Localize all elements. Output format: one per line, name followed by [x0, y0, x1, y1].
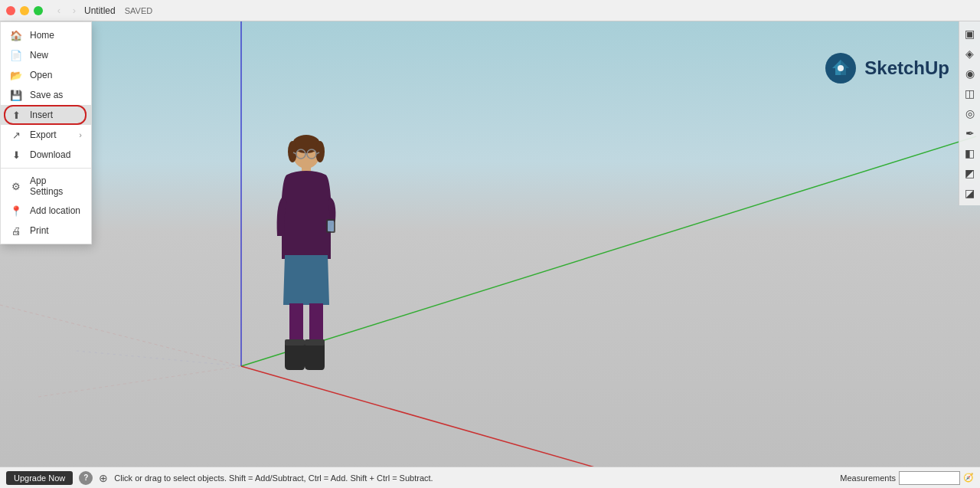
- document-title: Untitled: [84, 5, 116, 16]
- print-label: Print: [30, 225, 82, 236]
- menu-item-insert[interactable]: ⬆ Insert: [1, 105, 91, 125]
- measurements-label: Measurements: [840, 473, 896, 483]
- menu-item-export[interactable]: ↗ Export ›: [1, 125, 91, 145]
- sketchup-icon: [825, 52, 857, 84]
- print-icon: 🖨: [10, 224, 22, 237]
- style-8-btn[interactable]: ◩: [961, 164, 979, 182]
- open-label: Open: [30, 70, 82, 80]
- svg-rect-21: [305, 339, 325, 346]
- style-1-btn[interactable]: ▣: [961, 25, 979, 43]
- menu-item-new[interactable]: 📄 New: [1, 45, 91, 65]
- svg-rect-20: [285, 339, 305, 346]
- gps-icon[interactable]: ⊕: [99, 472, 108, 484]
- menu-dropdown: 🏠 Home 📄 New 📂 Open 💾 Save as ⬆ Insert ↗…: [0, 21, 92, 244]
- download-label: Download: [30, 149, 82, 160]
- home-label: Home: [30, 30, 82, 41]
- window-controls: [0, 6, 49, 15]
- style-3-btn[interactable]: ◉: [961, 64, 979, 83]
- svg-point-8: [288, 141, 297, 162]
- titlebar: ‹ › Untitled SAVED: [0, 0, 980, 21]
- measurements-area: Measurements 🧭: [840, 471, 974, 485]
- save-as-icon: 💾: [10, 89, 22, 101]
- upgrade-now-button[interactable]: Upgrade Now: [6, 471, 73, 485]
- new-label: New: [30, 50, 82, 61]
- menu-item-home[interactable]: 🏠 Home: [1, 25, 91, 45]
- style-4-btn[interactable]: ◫: [961, 84, 979, 103]
- menu-item-save-as[interactable]: 💾 Save as: [1, 85, 91, 105]
- back-arrow[interactable]: ‹: [52, 4, 66, 18]
- save-as-label: Save as: [30, 90, 82, 100]
- svg-line-5: [77, 351, 241, 366]
- compass-icon: 🧭: [963, 473, 974, 483]
- svg-rect-19: [309, 303, 323, 346]
- right-toolbar: ▣ ◈ ◉ ◫ ◎ ✒ ◧ ◩ ◪: [959, 21, 980, 205]
- style-2-btn[interactable]: ◈: [961, 44, 979, 63]
- viewport[interactable]: SketchUp: [0, 21, 980, 488]
- download-icon: ⬇: [10, 149, 22, 161]
- svg-line-1: [241, 136, 976, 366]
- export-arrow: ›: [79, 130, 82, 139]
- menu-item-app-settings[interactable]: ⚙ App Settings: [1, 172, 91, 201]
- menu-item-open[interactable]: 📂 Open: [1, 65, 91, 85]
- close-button[interactable]: [6, 6, 15, 15]
- style-7-btn[interactable]: ◧: [961, 144, 979, 162]
- svg-line-4: [38, 366, 241, 397]
- human-figure: [268, 133, 345, 378]
- measurements-input[interactable]: [899, 471, 960, 485]
- saved-badge: SAVED: [125, 6, 152, 15]
- insert-icon: ⬆: [10, 109, 22, 121]
- svg-point-9: [315, 141, 325, 162]
- help-icon[interactable]: ?: [79, 471, 93, 485]
- svg-line-3: [0, 305, 241, 366]
- menu-item-download[interactable]: ⬇ Download: [1, 145, 91, 165]
- status-text: Click or drag to select objects. Shift =…: [114, 473, 834, 483]
- minimize-button[interactable]: [20, 6, 29, 15]
- style-6-btn[interactable]: ✒: [961, 124, 979, 142]
- export-label: Export: [30, 129, 71, 140]
- home-icon: 🏠: [10, 29, 22, 41]
- forward-arrow[interactable]: ›: [67, 4, 81, 18]
- export-icon: ↗: [10, 129, 22, 141]
- maximize-button[interactable]: [34, 6, 43, 15]
- style-9-btn[interactable]: ◪: [961, 184, 979, 202]
- svg-rect-18: [289, 303, 303, 346]
- add-location-label: Add location: [30, 205, 82, 216]
- menu-divider: [1, 168, 91, 169]
- menu-item-add-location[interactable]: 📍 Add location: [1, 201, 91, 221]
- new-icon: 📄: [10, 49, 22, 61]
- nav-arrows: ‹ ›: [52, 4, 81, 18]
- style-5-btn[interactable]: ◎: [961, 104, 979, 123]
- app-settings-label: App Settings: [30, 175, 82, 197]
- menu-item-print[interactable]: 🖨 Print: [1, 221, 91, 241]
- canvas-svg: [0, 21, 980, 488]
- sketchup-brand: SketchUp: [864, 57, 949, 79]
- add-location-icon: 📍: [10, 205, 22, 217]
- sketchup-logo: SketchUp: [825, 52, 949, 84]
- open-icon: 📂: [10, 69, 22, 81]
- insert-label: Insert: [30, 110, 82, 120]
- app-settings-icon: ⚙: [10, 180, 22, 192]
- svg-point-23: [838, 65, 844, 71]
- bottom-bar: Upgrade Now ? ⊕ Click or drag to select …: [0, 467, 980, 488]
- svg-rect-17: [328, 221, 334, 231]
